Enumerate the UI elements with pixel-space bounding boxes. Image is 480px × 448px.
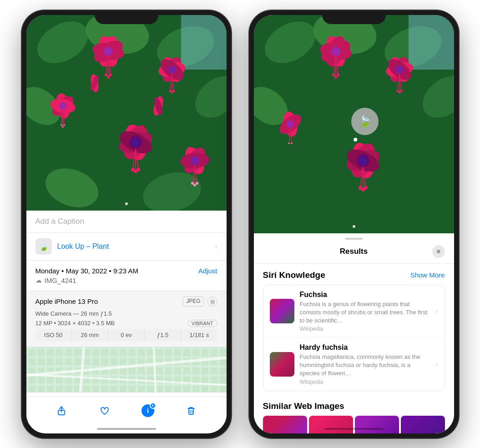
exif-ev: 0 ev — [108, 329, 145, 341]
lookup-text: Look Up – Plant — [57, 242, 109, 251]
svg-point-30 — [172, 90, 175, 92]
svg-point-89 — [337, 74, 339, 76]
fuchsia-name: Fuchsia — [300, 291, 430, 299]
svg-point-98 — [396, 90, 399, 92]
svg-point-61 — [193, 184, 196, 186]
fuchsia-info: Fuchsia Fuchsia is a genus of flowering … — [300, 291, 430, 332]
svg-point-106 — [359, 156, 368, 165]
lens-info: Wide Camera — 26 mm ƒ1.5 — [35, 310, 217, 317]
location-map[interactable] — [26, 347, 227, 393]
show-more-button[interactable]: Show More — [410, 271, 445, 279]
flower-photo-1[interactable] — [26, 15, 227, 211]
flower-photo-2[interactable]: 🍃 — [254, 15, 454, 233]
hardy-fuchsia-source: Wikipedia — [300, 379, 430, 385]
svg-point-28 — [169, 90, 171, 92]
web-image-1[interactable] — [263, 416, 307, 433]
visual-lookup-badge[interactable]: 🍃 — [351, 108, 379, 135]
web-images-title: Similar Web Images — [263, 401, 445, 411]
photo-date: Monday • May 30, 2022 • 9:23 AM — [35, 267, 138, 275]
svg-point-46 — [131, 138, 140, 147]
web-image-3[interactable] — [355, 416, 399, 433]
svg-point-38 — [61, 124, 62, 126]
results-sheet: Results ✕ Siri Knowledge Show More — [254, 238, 454, 433]
fuchsia-chevron: › — [436, 307, 438, 315]
home-indicator-1 — [97, 428, 156, 430]
exif-focal: 26 mm — [72, 329, 108, 341]
vibrant-badge: VIBRANT — [187, 320, 217, 327]
svg-point-119 — [291, 142, 293, 144]
siri-knowledge-title: Siri Knowledge — [263, 270, 325, 280]
fuchsia-source: Wikipedia — [300, 326, 430, 332]
svg-point-29 — [171, 91, 173, 93]
lookup-icon: 🍃 — [35, 238, 52, 255]
hardy-fuchsia-info: Hardy fuchsia Fuchsia magellanica, commo… — [300, 343, 430, 385]
phone-screen-2: 🍃 Results ✕ Siri Knowledge Show Mo — [254, 15, 454, 433]
format-badge: JPEG — [183, 297, 203, 307]
svg-rect-78 — [409, 15, 454, 70]
phone-1: Add a Caption 🍃 Look Up – Plant › Monday… — [22, 10, 231, 438]
hardy-fuchsia-chevron: › — [436, 361, 438, 368]
svg-point-100 — [400, 90, 402, 92]
svg-point-83 — [331, 47, 340, 56]
svg-point-40 — [63, 124, 65, 126]
sheet-handle — [345, 238, 363, 240]
exif-iso: ISO 50 — [35, 329, 72, 341]
share-button[interactable] — [52, 402, 71, 420]
svg-point-24 — [168, 65, 176, 74]
knowledge-item-fuchsia[interactable]: Fuchsia Fuchsia is a genus of flowering … — [263, 285, 445, 338]
phone-notch-2 — [322, 10, 386, 24]
exif-shutter: 1/181 s — [181, 329, 217, 341]
close-button[interactable]: ✕ — [432, 245, 445, 258]
web-image-2[interactable] — [309, 416, 353, 433]
results-title: Results — [276, 247, 432, 256]
svg-point-56 — [190, 156, 199, 165]
fuchsia-description: Fuchsia is a genus of flowering plants t… — [300, 300, 430, 325]
svg-point-112 — [364, 186, 368, 190]
phone-notch-1 — [95, 10, 158, 24]
photo-toolbar: i ✦ — [26, 397, 227, 424]
svg-point-99 — [398, 91, 400, 93]
svg-rect-8 — [181, 15, 227, 70]
web-images-grid — [263, 416, 445, 433]
home-indicator-2 — [324, 428, 384, 430]
photo-indicator-dot-2 — [353, 225, 355, 228]
location-badge: ◎ — [207, 297, 217, 307]
svg-point-17 — [105, 74, 107, 76]
svg-point-115 — [287, 121, 294, 128]
siri-knowledge-section: Siri Knowledge Show More Fuchsia Fuchsia… — [254, 264, 454, 391]
device-name: Apple iPhone 13 Pro — [35, 297, 98, 305]
svg-point-62 — [196, 182, 198, 185]
caption-field[interactable]: Add a Caption — [26, 211, 227, 233]
photo-specs: 12 MP • 3024 × 4032 • 3.5 MB VIBRANT — [35, 320, 217, 327]
exif-row: ISO 50 26 mm 0 ev ƒ1.5 1/181 s — [35, 329, 217, 341]
svg-point-118 — [288, 142, 290, 144]
lookup-row[interactable]: 🍃 Look Up – Plant › — [26, 233, 227, 261]
adjust-button[interactable]: Adjust — [198, 267, 217, 275]
svg-point-39 — [62, 126, 64, 128]
knowledge-item-hardy-fuchsia[interactable]: Hardy fuchsia Fuchsia magellanica, commo… — [263, 338, 445, 391]
svg-point-60 — [191, 182, 194, 185]
favorite-button[interactable] — [96, 402, 114, 420]
cloud-icon: ☁ — [35, 277, 42, 284]
web-image-4[interactable] — [401, 416, 445, 433]
svg-point-18 — [107, 76, 110, 79]
svg-point-34 — [59, 102, 66, 110]
results-header: Results ✕ — [254, 243, 454, 264]
info-button[interactable]: i ✦ — [139, 402, 157, 420]
lookup-chevron: › — [215, 243, 217, 250]
svg-point-87 — [332, 74, 335, 76]
hardy-fuchsia-description: Fuchsia magellanica, commonly known as t… — [300, 353, 430, 378]
metadata-section: Monday • May 30, 2022 • 9:23 AM Adjust ☁… — [26, 261, 227, 291]
phone-screen-1: Add a Caption 🍃 Look Up – Plant › Monday… — [26, 15, 227, 433]
photo-indicator-dot — [125, 202, 128, 205]
hardy-fuchsia-thumbnail — [270, 352, 294, 377]
knowledge-card: Fuchsia Fuchsia is a genus of flowering … — [263, 285, 445, 391]
lookup-dot — [354, 138, 357, 141]
hardy-fuchsia-name: Hardy fuchsia — [300, 343, 430, 352]
svg-point-88 — [334, 76, 337, 79]
svg-point-19 — [109, 74, 112, 76]
phone-2: 🍃 Results ✕ Siri Knowledge Show Mo — [249, 10, 459, 438]
photo-filename: ☁ IMG_4241 — [35, 277, 217, 284]
svg-point-52 — [136, 168, 140, 171]
delete-button[interactable] — [182, 402, 200, 420]
